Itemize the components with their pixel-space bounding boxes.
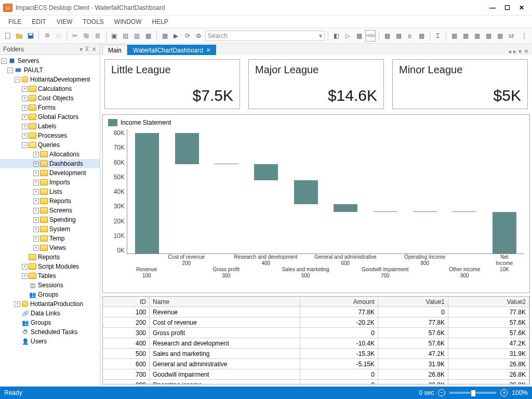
tree-item[interactable]: +System [0, 224, 100, 234]
tree-item[interactable]: +Allocations [0, 150, 100, 159]
tab-waterfall[interactable]: WaterfallChartDashboard✕ [127, 45, 216, 55]
tree-item[interactable]: +Dashboards [0, 159, 100, 168]
tool6-icon[interactable]: ▷ [343, 30, 353, 42]
tool5-icon[interactable]: ◧ [331, 30, 341, 42]
card-little-league[interactable]: Little League$7.5K [104, 59, 240, 109]
waterfall-chart[interactable]: Income Statement 80K70K60K50K40K30K20K10… [102, 114, 530, 293]
close-panel-icon[interactable]: ✕ [91, 46, 97, 53]
table-row[interactable]: 500Sales and marketing-15.3K47.2K31.9K [103, 349, 529, 359]
tree-db2[interactable]: +HotlantaProduction [0, 299, 100, 309]
col-id[interactable]: ID [103, 297, 150, 307]
table-row[interactable]: 600General and administrative-5.15K31.9K… [103, 359, 529, 369]
table-row[interactable]: 200Cost of revenue-20.2K77.8K57.6K [103, 317, 529, 328]
tool4-icon[interactable]: ▦ [143, 30, 153, 42]
tree-item[interactable]: +Global Factors [0, 112, 100, 122]
search-input[interactable]: Search▾ [205, 31, 325, 41]
tree-item[interactable]: +Calculations [0, 84, 100, 94]
table-row[interactable]: 700Goodwill impairment026.8K26.8K [103, 369, 529, 380]
tree-item[interactable]: +Labels [0, 122, 100, 131]
grid7-icon[interactable]: ▦ [484, 30, 494, 42]
new-doc-icon[interactable] [3, 30, 13, 42]
chevron-down-icon[interactable]: ▾ [319, 32, 322, 39]
grid2-icon[interactable]: ▦ [394, 30, 404, 42]
tree-item[interactable]: +Development [0, 168, 100, 178]
maximize-button[interactable]: ☐ [500, 4, 514, 11]
tree-item[interactable]: 🔗Data Links [0, 309, 100, 318]
chart-bars-icon[interactable]: ⫼ [405, 30, 415, 42]
table-row[interactable]: 800Operating income026.8K26.8K [103, 380, 529, 384]
folder-tree[interactable]: –Servers –PAULT –HotlantaDevelopment +Ca… [0, 55, 100, 387]
refresh-icon[interactable]: ⟳ [182, 30, 192, 42]
tree-db1[interactable]: –HotlantaDevelopment [0, 75, 100, 84]
col-name[interactable]: Name [150, 297, 300, 307]
tree-item[interactable]: +Script Modules [0, 262, 100, 271]
tree-item[interactable]: +Views [0, 243, 100, 252]
minimize-button[interactable]: — [485, 4, 500, 11]
open-icon[interactable] [15, 30, 24, 42]
tree-item[interactable]: +Cost Objects [0, 94, 100, 103]
tree-item[interactable]: +Lists [0, 187, 100, 196]
tool1-icon[interactable]: ▣ [109, 30, 119, 42]
col-value1[interactable]: Value1 [378, 297, 448, 307]
tree-item[interactable]: +Screens [0, 206, 100, 215]
grid6-icon[interactable]: ▦ [472, 30, 482, 42]
tree-queries[interactable]: –Queries [0, 140, 100, 150]
zoom-in-button[interactable]: + [500, 389, 508, 396]
tree-item[interactable]: +Forms [0, 103, 100, 112]
data-table[interactable]: ID Name Amount Value1 Value2 100Revenue7… [102, 296, 530, 384]
paste-icon[interactable] [93, 30, 103, 42]
menu-edit[interactable]: EDIT [32, 18, 46, 25]
tree-item[interactable]: 👥Groups [0, 290, 100, 299]
tree-item[interactable]: ◫Sessions [0, 281, 100, 290]
table-row[interactable]: 400Research and development-10.4K57.6K47… [103, 338, 529, 349]
menu-view[interactable]: VIEW [57, 18, 73, 25]
menu-window[interactable]: WINDOW [114, 18, 142, 25]
tree-item[interactable]: 👥Groups [0, 318, 100, 327]
tree-item[interactable]: +Imports [0, 178, 100, 187]
gear-icon[interactable]: ⚙ [194, 30, 204, 42]
print-preview-icon[interactable] [54, 30, 63, 42]
grid3-icon[interactable]: ▦ [417, 30, 427, 42]
tool3-icon[interactable]: ▥ [132, 30, 142, 42]
copy-icon[interactable] [82, 30, 91, 42]
table-row[interactable]: 300Gross profit057.6K57.6K [103, 328, 529, 338]
tree-server[interactable]: –PAULT [0, 65, 100, 75]
menu-tools[interactable]: TOOLS [83, 18, 103, 25]
chevron-down-icon[interactable]: ▾ [79, 46, 83, 53]
tree-item[interactable]: +Processes [0, 131, 100, 140]
tree-item[interactable]: +Tables [0, 271, 100, 281]
sigma-icon[interactable]: Σ [433, 30, 443, 42]
calc-icon[interactable]: ▦ [160, 30, 170, 42]
tab-close-icon[interactable]: ✕ [206, 47, 210, 53]
tab-prev-icon[interactable]: ◂ [508, 48, 511, 55]
col-amount[interactable]: Amount [300, 297, 378, 307]
play-icon[interactable]: ▶ [171, 30, 181, 42]
tree-item[interactable]: +Temp [0, 234, 100, 243]
pin-icon[interactable]: ⊼ [85, 46, 89, 53]
grid8-icon[interactable]: ▦ [495, 30, 505, 42]
tree-item[interactable]: 👤Users [0, 337, 100, 346]
tree-item[interactable]: Reports [0, 252, 100, 262]
tool-hsd-icon[interactable]: HSD [365, 30, 376, 42]
tab-menu-icon[interactable]: ▾ [518, 48, 522, 55]
toolbar-overflow-icon[interactable]: ⋮ [519, 30, 529, 42]
save-icon[interactable] [26, 30, 36, 42]
tab-next-icon[interactable]: ▸ [513, 48, 516, 55]
print-icon[interactable] [42, 30, 52, 42]
tree-item[interactable]: +Reports [0, 196, 100, 206]
tab-close-all-icon[interactable]: ✕ [524, 48, 529, 55]
zoom-out-button[interactable]: − [438, 389, 445, 396]
tool-12-icon[interactable]: 12 [507, 30, 516, 42]
card-major-league[interactable]: Major League$14.6K [248, 59, 384, 109]
zoom-slider[interactable] [449, 392, 496, 394]
col-value2[interactable]: Value2 [448, 297, 529, 307]
tree-item[interactable]: ⏱Scheduled Tasks [0, 327, 100, 337]
cut-icon[interactable]: ✂ [70, 30, 80, 42]
grid5-icon[interactable]: ▦ [461, 30, 471, 42]
tree-root[interactable]: –Servers [0, 56, 100, 65]
tree-item[interactable]: +Spending [0, 215, 100, 224]
table-row[interactable]: 100Revenue77.8K077.8K [103, 307, 529, 317]
tool2-icon[interactable]: ▤ [121, 30, 130, 42]
grid1-icon[interactable]: ▦ [382, 30, 392, 42]
card-minor-league[interactable]: Minor League$5K [392, 59, 528, 109]
